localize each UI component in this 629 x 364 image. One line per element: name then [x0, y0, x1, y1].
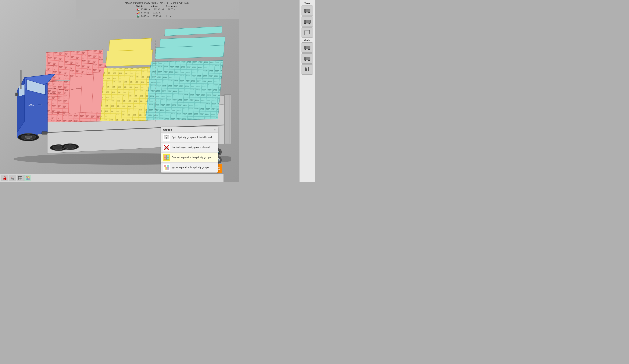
svg-point-125 — [305, 67, 307, 69]
svg-rect-91 — [167, 155, 169, 157]
groups-popup: Groups × Split of priority groups with i… — [161, 127, 218, 173]
svg-text:kg: kg — [11, 179, 12, 180]
volume-row1: 112.43 m3 — [154, 8, 164, 10]
svg-point-104 — [304, 23, 306, 24]
svg-rect-90 — [164, 157, 166, 159]
svg-rect-82 — [167, 135, 169, 137]
svg-rect-73 — [18, 178, 20, 180]
svg-rect-20 — [44, 112, 105, 122]
truck-icon-1: 🚛 — [136, 8, 140, 11]
svg-text:↕: ↕ — [307, 71, 308, 73]
group-icon-respect — [163, 154, 170, 161]
svg-text:↓: ↓ — [309, 47, 310, 48]
svg-text:Fridge: Fridge — [71, 89, 73, 90]
svg-rect-99 — [304, 9, 306, 12]
svg-line-107 — [304, 30, 305, 31]
svg-rect-97 — [167, 167, 169, 169]
truck-visualization-area: Návěs standartní 2 osy (1600.2 cm x 251.… — [0, 0, 239, 182]
weight-btn-1[interactable]: ↓ ↓ ↓ — [302, 42, 313, 53]
svg-rect-80 — [164, 137, 166, 139]
weight-row1: 30,844 kg — [141, 8, 150, 10]
svg-rect-89 — [164, 155, 166, 157]
svg-point-127 — [308, 67, 309, 69]
svg-rect-74 — [20, 178, 22, 180]
svg-rect-83 — [167, 137, 169, 139]
vehicle-title: Návěs standartní 2 osy (1600.2 cm x 251.… — [79, 1, 236, 4]
views-label: Views — [304, 2, 310, 4]
svg-rect-27 — [100, 67, 151, 121]
svg-rect-126 — [305, 69, 307, 71]
svg-rect-28 — [106, 50, 153, 66]
svg-line-108 — [310, 30, 311, 31]
freemeters-row1: 16.00 m — [168, 8, 175, 10]
svg-rect-92 — [167, 157, 169, 159]
svg-text:kg: kg — [4, 179, 5, 180]
svg-point-123 — [308, 60, 310, 61]
group-item-split-wall[interactable]: Split of priority groups with invisible … — [161, 132, 218, 142]
group-icon-ignore — [163, 164, 170, 171]
groups-popup-close-button[interactable]: × — [214, 128, 216, 131]
volume-header: Volume: — [151, 5, 159, 7]
grid-view-button[interactable] — [17, 175, 23, 181]
group-text-respect: Respect separation into priority groups — [172, 156, 211, 159]
svg-point-105 — [309, 23, 310, 24]
right-sidebar: Views Weight — [300, 0, 314, 182]
svg-text:MAN: MAN — [28, 104, 34, 107]
svg-text:↓: ↓ — [306, 47, 307, 48]
svg-point-101 — [308, 12, 310, 13]
svg-rect-128 — [308, 69, 309, 71]
svg-rect-33 — [164, 26, 222, 36]
lock-kg-button[interactable]: kg — [1, 175, 8, 181]
group-icon-split-wall — [163, 134, 170, 141]
group-text-ignore: Ignore separation into priority groups — [172, 166, 209, 169]
weight-btn-2[interactable]: ↔ — [302, 53, 313, 64]
groups-popup-title: Groups — [163, 128, 172, 131]
svg-rect-95 — [167, 165, 169, 167]
svg-point-53 — [25, 136, 32, 138]
svg-rect-29 — [109, 38, 152, 51]
svg-rect-111 — [304, 31, 305, 35]
view-btn-front[interactable] — [302, 5, 313, 16]
svg-rect-71 — [18, 176, 20, 178]
svg-line-110 — [310, 34, 311, 35]
freemeters-header: Free meters: — [165, 5, 178, 7]
svg-rect-79 — [164, 135, 166, 137]
weight-btn-3[interactable]: ↕ — [302, 64, 313, 75]
svg-text:Fridge: Fridge — [48, 90, 51, 91]
svg-rect-30 — [146, 60, 223, 121]
unlock-button[interactable]: kg — [9, 175, 16, 181]
group-text-no-stacking: No stacking of priority groups allowed — [172, 146, 209, 149]
svg-text:Microwave: Microwave — [59, 89, 64, 90]
svg-rect-72 — [20, 176, 22, 178]
groups-button[interactable] — [24, 175, 31, 181]
svg-rect-121 — [304, 58, 306, 60]
svg-text:Microwave WD302: Microwave WD302 — [48, 93, 56, 94]
svg-point-100 — [305, 12, 306, 13]
view-btn-3d[interactable] — [302, 27, 313, 38]
svg-rect-50 — [38, 104, 42, 105]
svg-text:↔: ↔ — [307, 58, 308, 60]
weight-label: Weight — [304, 39, 310, 41]
svg-rect-94 — [164, 165, 166, 167]
group-item-no-stacking[interactable]: No stacking of priority groups allowed — [161, 142, 218, 153]
svg-text:Microwave: Microwave — [76, 88, 81, 89]
group-item-respect[interactable]: Respect separation into priority groups — [161, 153, 218, 163]
svg-rect-78 — [28, 178, 29, 180]
svg-rect-106 — [305, 30, 310, 34]
svg-point-122 — [305, 60, 306, 61]
view-btn-side[interactable] — [302, 16, 313, 27]
group-text-split-wall: Split of priority groups with invisible … — [172, 136, 212, 139]
svg-rect-26 — [69, 77, 82, 113]
svg-text:↓: ↓ — [308, 47, 308, 48]
svg-point-115 — [305, 49, 306, 50]
svg-rect-64 — [42, 131, 47, 134]
groups-popup-header: Groups × — [161, 127, 218, 132]
svg-rect-77 — [26, 178, 27, 180]
svg-text:Fridge: Fridge — [54, 88, 56, 89]
svg-rect-103 — [304, 20, 306, 23]
svg-rect-75 — [26, 177, 27, 178]
weight-header: Weight: — [136, 5, 144, 7]
bottom-toolbar: kg kg — [0, 174, 223, 182]
group-item-ignore[interactable]: Ignore separation into priority groups — [161, 163, 218, 172]
svg-point-116 — [308, 49, 310, 50]
